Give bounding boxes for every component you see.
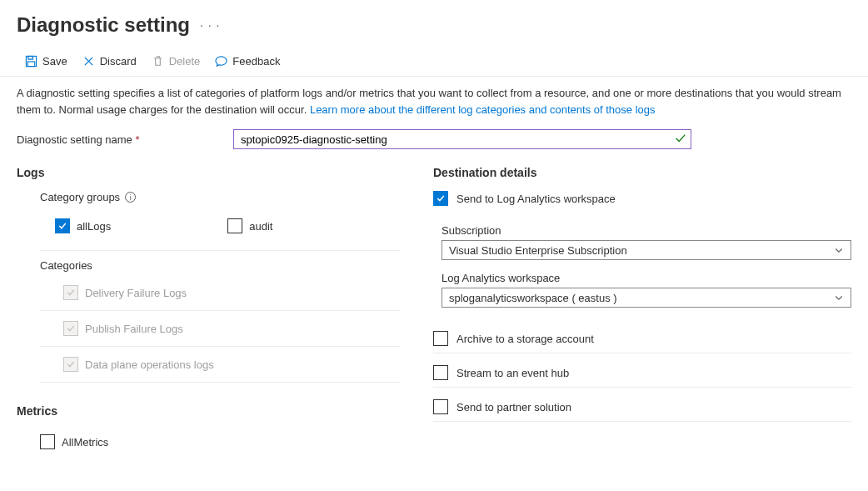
name-label: Diagnostic setting name * xyxy=(17,133,217,146)
category-checkbox xyxy=(63,285,78,300)
divider xyxy=(40,382,400,383)
category-label: Publish Failure Logs xyxy=(85,323,183,335)
alllogs-checkbox[interactable] xyxy=(55,218,70,233)
workspace-select[interactable]: sploganalyticsworkspace ( eastus ) xyxy=(441,288,851,308)
feedback-label: Feedback xyxy=(232,55,280,68)
discard-button[interactable]: Discard xyxy=(82,55,137,68)
allmetrics-label: AllMetrics xyxy=(62,436,108,448)
feedback-button[interactable]: Feedback xyxy=(215,55,280,68)
more-icon[interactable]: · · · xyxy=(200,18,220,32)
divider xyxy=(433,353,851,353)
alllogs-label: allLogs xyxy=(77,220,111,233)
learn-more-link[interactable]: Learn more about the different log categ… xyxy=(310,103,656,116)
feedback-icon xyxy=(215,55,227,68)
subscription-select[interactable]: Visual Studio Enterprise Subscription xyxy=(441,240,851,260)
storage-checkbox[interactable] xyxy=(433,331,448,346)
divider xyxy=(433,421,851,422)
description-text: A diagnostic setting specifies a list of… xyxy=(17,85,851,129)
chevron-down-icon xyxy=(834,245,844,255)
category-label: Delivery Failure Logs xyxy=(85,287,187,299)
save-button[interactable]: Save xyxy=(25,55,67,68)
log-analytics-checkbox[interactable] xyxy=(433,191,448,206)
chevron-down-icon xyxy=(834,293,844,303)
logs-heading: Logs xyxy=(17,166,400,179)
delete-button: Delete xyxy=(152,55,201,68)
metrics-heading: Metrics xyxy=(17,404,400,418)
page-title: Diagnostic setting xyxy=(17,13,190,37)
diagnostic-name-input[interactable] xyxy=(233,129,691,149)
destination-heading: Destination details xyxy=(433,166,851,179)
delete-label: Delete xyxy=(169,55,201,68)
discard-label: Discard xyxy=(100,55,137,68)
info-icon[interactable]: i xyxy=(125,192,136,203)
category-checkbox xyxy=(63,321,78,336)
audit-label: audit xyxy=(249,220,272,233)
category-label: Data plane operations logs xyxy=(85,358,214,371)
save-label: Save xyxy=(42,55,67,68)
subscription-label: Subscription xyxy=(441,224,851,237)
audit-checkbox[interactable] xyxy=(227,218,242,233)
event-hub-checkbox[interactable] xyxy=(433,365,448,380)
categories-label: Categories xyxy=(40,251,400,275)
log-analytics-label: Send to Log Analytics workspace xyxy=(456,193,616,205)
svg-rect-1 xyxy=(28,56,33,59)
svg-rect-2 xyxy=(27,62,34,67)
trash-icon xyxy=(152,55,164,68)
divider xyxy=(433,387,851,388)
storage-label: Archive to a storage account xyxy=(456,333,594,345)
checkmark-icon xyxy=(675,133,686,147)
close-icon xyxy=(82,55,95,68)
allmetrics-checkbox[interactable] xyxy=(40,434,55,449)
category-groups-label: Category groups i xyxy=(40,191,400,203)
event-hub-label: Stream to an event hub xyxy=(456,367,569,379)
partner-checkbox[interactable] xyxy=(433,399,448,414)
partner-label: Send to partner solution xyxy=(456,401,571,413)
toolbar-divider xyxy=(0,76,868,77)
workspace-label: Log Analytics workspace xyxy=(441,272,851,284)
save-icon xyxy=(25,55,37,68)
category-checkbox xyxy=(63,357,78,372)
